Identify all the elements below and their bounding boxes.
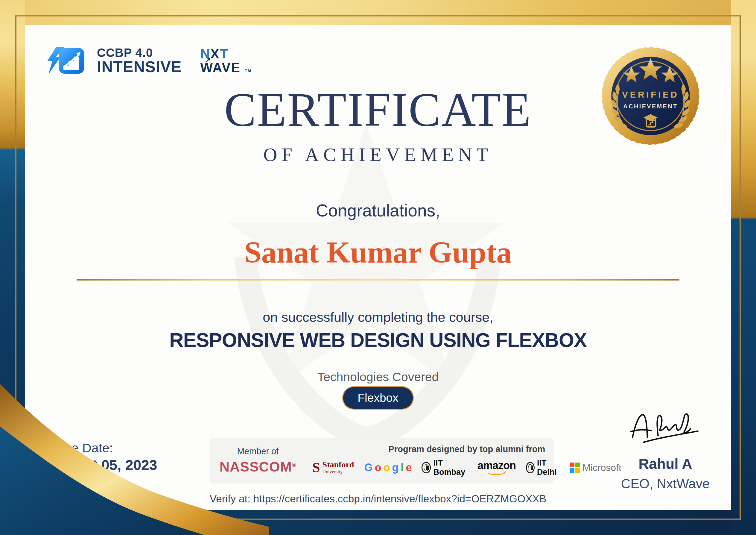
certificate-body: CCBP 4.0 INTENSIVE NXT ↗WAVE TM CERTIFIC… bbox=[25, 25, 731, 510]
issue-date-value: August 05, 2023 bbox=[48, 457, 157, 473]
signature-handwriting bbox=[616, 410, 715, 449]
gold-divider-line bbox=[77, 279, 679, 281]
microsoft-squares-icon bbox=[570, 463, 580, 473]
signature-block: Rahul A CEO, NxtWave bbox=[606, 410, 725, 491]
issue-date-label: Issue Date: bbox=[48, 441, 113, 455]
frame-top-gold bbox=[0, 0, 756, 25]
stanford-logo: S Stanford University bbox=[312, 461, 354, 474]
signatory-name: Rahul A bbox=[606, 456, 725, 472]
iit-bombay-emblem-icon bbox=[421, 462, 431, 473]
certificate-title: CERTIFICATE bbox=[25, 84, 731, 135]
ccbp-program-label: INTENSIVE bbox=[97, 59, 182, 74]
certificate-subtitle: OF ACHIEVEMENT bbox=[25, 144, 731, 166]
greeting-text: Congratulations, bbox=[25, 201, 731, 220]
iit-bombay-logo: IIT Bombay bbox=[421, 458, 467, 477]
certificate-page: CCBP 4.0 INTENSIVE NXT ↗WAVE TM CERTIFIC… bbox=[0, 0, 756, 535]
nxt-letter-x: X bbox=[210, 46, 220, 61]
stairs-growth-icon bbox=[59, 48, 84, 74]
google-logo: Google bbox=[364, 461, 411, 474]
stanford-s-icon: S bbox=[312, 461, 320, 474]
technology-pill-flexbox: Flexbox bbox=[342, 386, 414, 409]
technologies-label: Technologies Covered bbox=[25, 370, 731, 384]
member-of-label: Member of bbox=[237, 446, 279, 456]
verify-url-text: Verify at: https://certificates.ccbp.in/… bbox=[25, 493, 731, 505]
ccbp-logo: CCBP 4.0 INTENSIVE bbox=[45, 46, 182, 75]
nasscom-logo: NASSCOM® bbox=[220, 459, 296, 475]
frame-right bbox=[731, 0, 756, 535]
ccbp-intensive-icon bbox=[45, 46, 93, 75]
signatory-role: CEO, NxtWave bbox=[606, 476, 725, 491]
registered-mark: ® bbox=[292, 462, 296, 468]
amazon-logo: amazon bbox=[477, 461, 516, 474]
course-name: RESPONSIVE WEB DESIGN USING FLEXBOX bbox=[25, 329, 731, 352]
partners-bar: Member of NASSCOM® Program designed by t… bbox=[209, 438, 554, 484]
brand-row: CCBP 4.0 INTENSIVE NXT ↗WAVE TM bbox=[45, 46, 252, 75]
ccbp-version-label: CCBP 4.0 bbox=[97, 46, 182, 59]
amazon-smile-icon bbox=[487, 470, 506, 474]
nxt-letter-t: T bbox=[220, 46, 229, 61]
frame-left bbox=[0, 0, 25, 535]
alumni-logos-row: S Stanford University Google IIT Bombay bbox=[312, 458, 621, 477]
nxtwave-logo: NXT ↗WAVE TM bbox=[201, 46, 252, 75]
iit-delhi-emblem-icon bbox=[526, 462, 535, 473]
iit-delhi-logo: IIT Delhi bbox=[526, 458, 559, 477]
completion-line: on successfully completing the course, bbox=[25, 310, 731, 325]
program-designed-label: Program designed by top alumni from bbox=[389, 444, 545, 454]
recipient-name: Sanat Kumar Gupta bbox=[25, 235, 731, 270]
trademark-mark: TM bbox=[245, 69, 252, 73]
wave-arrow-icon: ↗ bbox=[204, 56, 212, 64]
stanford-word: Stanford bbox=[322, 461, 354, 469]
stanford-university-word: University bbox=[322, 469, 343, 474]
